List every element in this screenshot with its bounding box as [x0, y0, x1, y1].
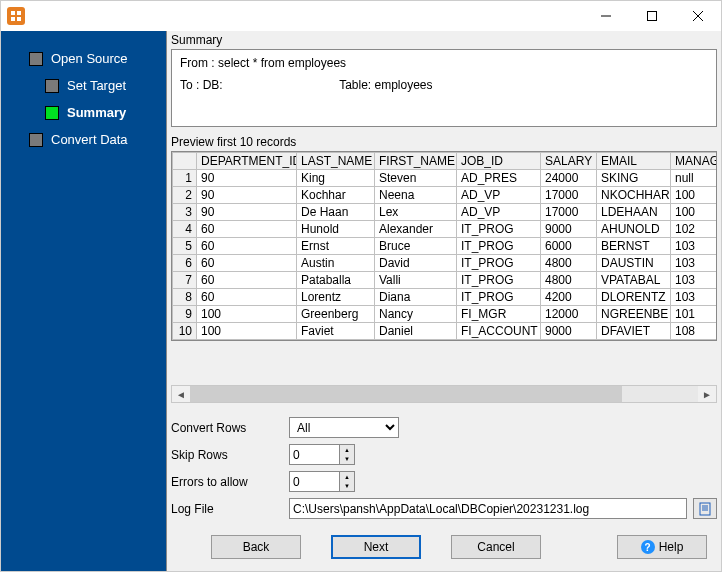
table-row[interactable]: 10100FavietDanielFI_ACCOUNT9000DFAVIET10… — [173, 323, 718, 340]
sidebar-item-label: Convert Data — [51, 132, 128, 147]
scroll-left-icon[interactable]: ◄ — [172, 386, 190, 402]
table-cell: 4800 — [541, 272, 597, 289]
table-cell: King — [297, 170, 375, 187]
browse-logfile-button[interactable] — [693, 498, 717, 519]
back-button[interactable]: Back — [211, 535, 301, 559]
table-cell: Neena — [375, 187, 457, 204]
svg-rect-8 — [700, 503, 710, 515]
table-row[interactable]: 760PataballaValliIT_PROG4800VPATABAL103 — [173, 272, 718, 289]
table-cell: Valli — [375, 272, 457, 289]
table-cell: Hunold — [297, 221, 375, 238]
convert-rows-label: Convert Rows — [171, 421, 289, 435]
table-row[interactable]: 9100GreenbergNancyFI_MGR12000NGREENBE101 — [173, 306, 718, 323]
row-number: 6 — [173, 255, 197, 272]
table-cell: 100 — [671, 204, 718, 221]
next-button[interactable]: Next — [331, 535, 421, 559]
spin-down-button[interactable]: ▼ — [340, 482, 354, 492]
maximize-button[interactable] — [629, 1, 675, 31]
column-header[interactable]: DEPARTMENT_ID — [197, 153, 297, 170]
sidebar-item-label: Open Source — [51, 51, 128, 66]
table-cell: 103 — [671, 238, 718, 255]
table-cell: IT_PROG — [457, 221, 541, 238]
preview-heading: Preview first 10 records — [167, 133, 721, 151]
table-cell: Austin — [297, 255, 375, 272]
table-cell: 103 — [671, 272, 718, 289]
minimize-button[interactable] — [583, 1, 629, 31]
logfile-input[interactable] — [289, 498, 687, 519]
help-icon: ? — [641, 540, 655, 554]
table-cell: Bruce — [375, 238, 457, 255]
svg-rect-3 — [17, 17, 21, 21]
sidebar-item-convert-data[interactable]: Convert Data — [1, 126, 166, 153]
table-cell: AD_VP — [457, 204, 541, 221]
help-button[interactable]: ? Help — [617, 535, 707, 559]
table-cell: 108 — [671, 323, 718, 340]
table-cell: 60 — [197, 289, 297, 306]
column-header[interactable]: JOB_ID — [457, 153, 541, 170]
table-row[interactable]: 290KochharNeenaAD_VP17000NKOCHHAR100 — [173, 187, 718, 204]
table-cell: 17000 — [541, 187, 597, 204]
spin-down-button[interactable]: ▼ — [340, 455, 354, 465]
table-row[interactable]: 390De HaanLexAD_VP17000LDEHAAN100 — [173, 204, 718, 221]
scroll-right-icon[interactable]: ► — [698, 386, 716, 402]
titlebar — [1, 1, 721, 31]
spin-up-button[interactable]: ▲ — [340, 445, 354, 455]
scroll-track[interactable] — [190, 386, 698, 402]
table-cell: 103 — [671, 289, 718, 306]
table-cell: Greenberg — [297, 306, 375, 323]
table-cell: FI_ACCOUNT — [457, 323, 541, 340]
skip-rows-input[interactable] — [289, 444, 339, 465]
close-button[interactable] — [675, 1, 721, 31]
errors-input[interactable] — [289, 471, 339, 492]
footer: Back Next Cancel ? Help — [167, 525, 721, 571]
table-cell: Lex — [375, 204, 457, 221]
table-cell: 90 — [197, 170, 297, 187]
table-cell: AD_VP — [457, 187, 541, 204]
svg-rect-2 — [11, 17, 15, 21]
table-row[interactable]: 860LorentzDianaIT_PROG4200DLORENTZ103 — [173, 289, 718, 306]
table-cell: 60 — [197, 221, 297, 238]
cancel-button[interactable]: Cancel — [451, 535, 541, 559]
skip-rows-label: Skip Rows — [171, 448, 289, 462]
convert-rows-select[interactable]: All — [289, 417, 399, 438]
table-row[interactable]: 560ErnstBruceIT_PROG6000BERNST103 — [173, 238, 718, 255]
table-cell: 103 — [671, 255, 718, 272]
sidebar: Open Source Set Target Summary Convert D… — [1, 31, 166, 571]
column-header[interactable]: EMAIL — [597, 153, 671, 170]
table-row[interactable]: 190KingStevenAD_PRES24000SKINGnull — [173, 170, 718, 187]
row-number: 2 — [173, 187, 197, 204]
column-header[interactable]: SALARY — [541, 153, 597, 170]
table-cell: De Haan — [297, 204, 375, 221]
column-header[interactable]: MANAG — [671, 153, 718, 170]
table-cell: 100 — [197, 306, 297, 323]
table-cell: Faviet — [297, 323, 375, 340]
table-cell: Ernst — [297, 238, 375, 255]
table-cell: Nancy — [375, 306, 457, 323]
spin-up-button[interactable]: ▲ — [340, 472, 354, 482]
table-cell: 4800 — [541, 255, 597, 272]
table-cell: 9000 — [541, 221, 597, 238]
table-corner — [173, 153, 197, 170]
sidebar-item-open-source[interactable]: Open Source — [1, 45, 166, 72]
row-number: 10 — [173, 323, 197, 340]
app-window: Open Source Set Target Summary Convert D… — [0, 0, 722, 572]
sidebar-item-summary[interactable]: Summary — [1, 99, 166, 126]
logfile-label: Log File — [171, 502, 289, 516]
sidebar-item-set-target[interactable]: Set Target — [1, 72, 166, 99]
table-cell: null — [671, 170, 718, 187]
table-cell: VPATABAL — [597, 272, 671, 289]
table-cell: Steven — [375, 170, 457, 187]
main-panel: Summary From : select * from employees T… — [166, 31, 721, 571]
column-header[interactable]: LAST_NAME — [297, 153, 375, 170]
step-icon — [45, 79, 59, 93]
table-row[interactable]: 460HunoldAlexanderIT_PROG9000AHUNOLD102 — [173, 221, 718, 238]
table-cell: Diana — [375, 289, 457, 306]
table-cell: SKING — [597, 170, 671, 187]
table-cell: 102 — [671, 221, 718, 238]
window-controls — [583, 1, 721, 31]
column-header[interactable]: FIRST_NAME — [375, 153, 457, 170]
table-cell: IT_PROG — [457, 255, 541, 272]
horizontal-scrollbar[interactable]: ◄ ► — [171, 385, 717, 403]
table-row[interactable]: 660AustinDavidIT_PROG4800DAUSTIN103 — [173, 255, 718, 272]
scroll-thumb[interactable] — [190, 386, 622, 402]
